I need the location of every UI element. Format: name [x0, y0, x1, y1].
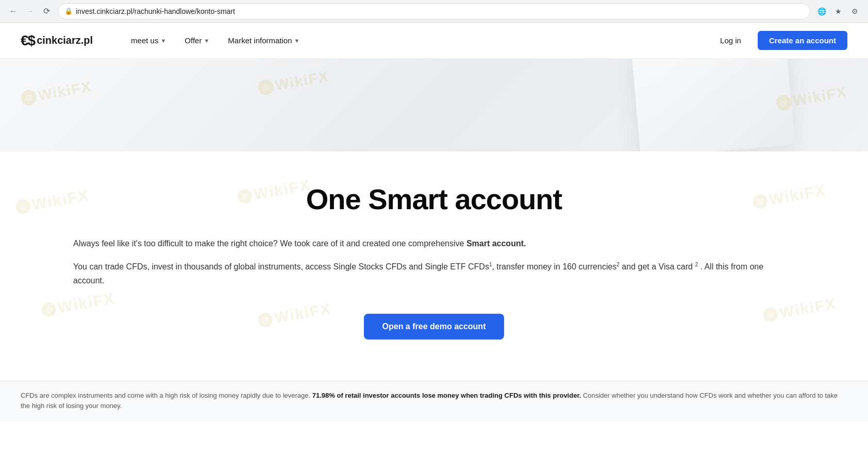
disclaimer-bold: 71.98% of retail investor accounts lose …	[312, 392, 581, 399]
bookmark-icon[interactable]: ★	[831, 4, 845, 19]
hero-device-image	[632, 59, 795, 151]
url-input[interactable]	[76, 7, 804, 15]
sup-3: 2	[695, 262, 698, 267]
nav-links: meet us ▼ Offer ▼ Market information ▼	[124, 32, 712, 49]
watermark-2: @ WikiFX	[257, 68, 330, 97]
hero-section: @ WikiFX @ WikiFX @ WikiFX	[0, 59, 868, 151]
translate-icon[interactable]: 🌐	[814, 4, 829, 19]
extension-icon[interactable]: ⚙	[847, 4, 862, 19]
logo-icon: €$	[21, 32, 35, 49]
chevron-down-icon-market-info: ▼	[294, 38, 300, 44]
desc-2-start: You can trade CFDs, invest in thousands …	[73, 262, 489, 271]
wikifx-logo-1: @	[20, 89, 38, 107]
browser-chrome: ← → ⟳ 🔒 🌐 ★ ⚙	[0, 0, 868, 23]
website: €$ cinkciarz.pl meet us ▼ Offer ▼ Market…	[0, 23, 868, 475]
chevron-down-icon-offer: ▼	[204, 38, 209, 44]
sup-2: 2	[616, 262, 620, 267]
desc-2-end: and get a Visa card	[622, 262, 693, 271]
back-button[interactable]: ←	[6, 4, 21, 19]
nav-label-market-info: Market information	[228, 36, 292, 45]
nav-actions: Log in Create an account	[712, 31, 847, 50]
browser-actions: 🌐 ★ ⚙	[814, 4, 862, 19]
desc-2-mid: , transfer money in 160 currencies	[492, 262, 616, 271]
nav-label-meet-us: meet us	[131, 36, 158, 45]
desc-1-strong: Smart account.	[466, 239, 526, 248]
description-paragraph-1: Always feel like it's too difficult to m…	[73, 236, 795, 250]
logo[interactable]: €$ cinkciarz.pl	[21, 32, 93, 49]
create-account-button[interactable]: Create an account	[758, 31, 847, 50]
demo-account-button[interactable]: Open a free demo account	[364, 314, 505, 340]
main-content: @ WikiFX @ WikiFX @ WikiFX @ WikiFX @ Wi…	[0, 151, 868, 381]
browser-nav-buttons: ← → ⟳	[6, 4, 54, 19]
watermark-1: @ WikiFX	[20, 78, 93, 107]
nav-item-meet-us[interactable]: meet us ▼	[124, 32, 173, 49]
wikifx-logo-2: @	[257, 78, 275, 96]
logo-text: cinkciarz.pl	[37, 35, 93, 46]
desc-1-text: Always feel like it's too difficult to m…	[73, 239, 464, 248]
lock-icon: 🔒	[64, 7, 73, 15]
forward-button[interactable]: →	[23, 4, 37, 19]
cta-center: Open a free demo account	[21, 314, 847, 340]
nav-item-market-info[interactable]: Market information ▼	[221, 32, 307, 49]
page-title: One Smart account	[21, 182, 847, 216]
nav-label-offer: Offer	[185, 36, 202, 45]
description-text: Always feel like it's too difficult to m…	[73, 236, 795, 288]
nav-item-offer[interactable]: Offer ▼	[177, 32, 216, 49]
footer-disclaimer: CFDs are complex instruments and come wi…	[0, 381, 868, 421]
navbar: €$ cinkciarz.pl meet us ▼ Offer ▼ Market…	[0, 23, 868, 59]
reload-button[interactable]: ⟳	[39, 4, 54, 19]
disclaimer-prefix: CFDs are complex instruments and come wi…	[21, 392, 310, 399]
login-button[interactable]: Log in	[712, 32, 749, 49]
address-bar[interactable]: 🔒	[58, 3, 810, 20]
description-paragraph-2: You can trade CFDs, invest in thousands …	[73, 260, 795, 287]
chevron-down-icon-meet-us: ▼	[160, 38, 166, 44]
